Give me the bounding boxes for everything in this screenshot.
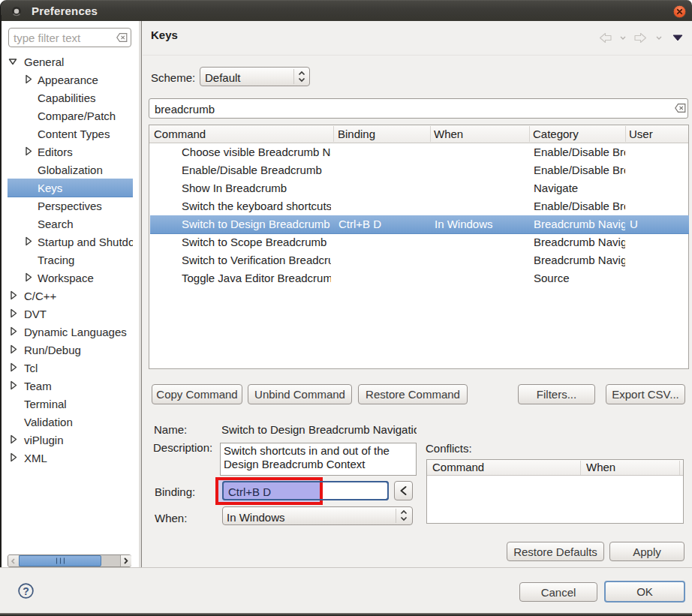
svg-text:?: ?: [23, 585, 29, 597]
